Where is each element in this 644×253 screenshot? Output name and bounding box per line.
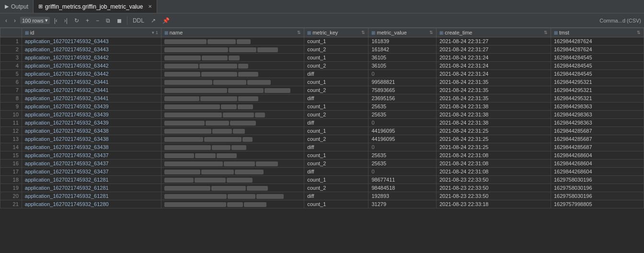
cell-tmst: 1629844285687 [551,143,644,151]
tab-close-button[interactable]: ✕ [148,4,152,9]
col-header-name[interactable]: ⊞ name ⇅ [161,28,304,37]
col-tmst-sort: ⇅ [637,30,641,35]
add-row-button[interactable]: + [83,16,92,25]
cell-id: application_1627021745932_63443 [22,37,161,46]
cell-create-time: 2021-08-24 22:31:24 [437,70,551,78]
cell-tmst: 1629844285687 [551,135,644,143]
cell-create-time: 2021-08-24 22:31:27 [437,46,551,54]
cell-metric-key: count_1 [304,176,368,184]
ddl-label: DDL [133,17,144,24]
table-row[interactable]: 8application_1627021745932_63441diff2369… [0,94,644,103]
cell-tmst: 1629757998805 [551,200,644,208]
table-row[interactable]: 14application_1627021745932_63438diff020… [0,143,644,151]
cell-metric-key: diff [304,70,368,78]
cell-metric-key: diff [304,143,368,151]
table-row[interactable]: 21application_1627021745932_61280count_1… [0,200,644,208]
cell-metric-key: count_2 [304,111,368,119]
cell-metric-key: count_2 [304,135,368,143]
refresh-button[interactable]: ↻ [72,16,81,25]
cell-metric-value: 36105 [368,62,437,70]
delete-row-button[interactable]: − [93,16,102,25]
cell-create-time: 2021-08-24 22:31:24 [437,62,551,70]
col-metric-key-icon: ⊞ [307,30,311,35]
cell-tmst: 1629844268604 [551,151,644,160]
cell-tmst: 1629844284545 [551,62,644,70]
cell-metric-key: count_1 [304,37,368,46]
table-row[interactable]: 9application_1627021745932_63439count_12… [0,103,644,111]
cell-id: application_1627021745932_63442 [22,62,161,70]
cell-rownum: 7 [0,86,22,94]
cell-id: application_1627021745932_63439 [22,119,161,127]
tab-output[interactable]: ▶ Output [0,0,34,13]
table-row[interactable]: 13application_1627021745932_63438count_2… [0,135,644,143]
nav-last-button[interactable]: ›| [62,16,70,25]
tab-table[interactable]: ⊞ griffin_metrics.griffin_job_metric_val… [34,0,157,13]
col-header-metric-key[interactable]: ⊞ metric_key ⇅ [304,28,368,37]
cell-id: application_1627021745932_63437 [22,160,161,168]
pin-button[interactable]: 📌 [160,16,172,25]
cell-rownum: 4 [0,62,22,70]
cell-tmst: 1629844268604 [551,160,644,168]
table-row[interactable]: 15application_1627021745932_63437count_1… [0,151,644,160]
table-row[interactable]: 6application_1627021745932_63441count_19… [0,78,644,86]
cell-rownum: 6 [0,78,22,86]
cell-tmst: 1629844284545 [551,70,644,78]
cell-rownum: 17 [0,168,22,176]
cell-name [161,37,304,46]
cell-create-time: 2021-08-23 22:33:50 [437,192,551,200]
table-row[interactable]: 5application_1627021745932_63442diff0202… [0,70,644,78]
cell-id: application_1627021745932_63443 [22,46,161,54]
cell-name [161,78,304,86]
col-header-tmst[interactable]: ⊞ tmst ⇅ [551,28,644,37]
table-header-row: ⊞ id ▾ 1 ⊞ name ⇅ ⊞ metric_key [0,28,644,37]
rows-selector[interactable]: 100 rows ▾ [20,17,50,24]
nav-next-button[interactable]: › [12,16,18,25]
cell-metric-key: diff [304,192,368,200]
table-row[interactable]: 2application_1627021745932_63443count_21… [0,46,644,54]
output-icon: ▶ [5,3,9,10]
data-table-container[interactable]: ⊞ id ▾ 1 ⊞ name ⇅ ⊞ metric_key [0,28,644,253]
cell-create-time: 2021-08-24 22:31:35 [437,94,551,103]
table-row[interactable]: 12application_1627021745932_63438count_1… [0,127,644,135]
cell-create-time: 2021-08-24 22:31:08 [437,151,551,160]
clone-row-button[interactable]: ⧉ [104,16,113,25]
table-row[interactable]: 7application_1627021745932_63441count_27… [0,86,644,94]
table-row[interactable]: 16application_1627021745932_63437count_2… [0,160,644,168]
cell-create-time: 2021-08-23 22:33:50 [437,184,551,192]
nav-first-button[interactable]: |‹ [52,16,60,25]
table-row[interactable]: 20application_1627021745932_61281diff192… [0,192,644,200]
cell-metric-value: 44196095 [368,135,437,143]
table-row[interactable]: 11application_1627021745932_63439diff020… [0,119,644,127]
cell-tmst: 1629844287624 [551,46,644,54]
table-row[interactable]: 4application_1627021745932_63442count_23… [0,62,644,70]
table-row[interactable]: 17application_1627021745932_63437diff020… [0,168,644,176]
cell-metric-value: 0 [368,70,437,78]
cell-rownum: 11 [0,119,22,127]
cell-metric-value: 25635 [368,160,437,168]
data-table: ⊞ id ▾ 1 ⊞ name ⇅ ⊞ metric_key [0,28,644,208]
table-row[interactable]: 3application_1627021745932_63442count_13… [0,54,644,62]
cell-id: application_1627021745932_63437 [22,151,161,160]
cell-name [161,135,304,143]
col-name-label: name [170,30,183,35]
stop-button[interactable]: ◼ [115,16,124,25]
table-row[interactable]: 1application_1627021745932_63443count_11… [0,37,644,46]
nav-prev-button[interactable]: ‹ [3,16,10,25]
col-header-id[interactable]: ⊞ id ▾ 1 [22,28,161,37]
cell-id: application_1627021745932_63438 [22,143,161,151]
cell-tmst: 1629758030196 [551,192,644,200]
table-row[interactable]: 19application_1627021745932_61281count_2… [0,184,644,192]
cell-metric-key: diff [304,168,368,176]
table-row[interactable]: 10application_1627021745932_63439count_2… [0,111,644,119]
cell-metric-key: count_2 [304,184,368,192]
table-row[interactable]: 18application_1627021745932_61281count_1… [0,176,644,184]
cell-id: application_1627021745932_61281 [22,176,161,184]
cell-rownum: 15 [0,151,22,160]
col-header-create-time[interactable]: ⊞ create_time ⇅ [437,28,551,37]
col-header-metric-value[interactable]: ⊞ metric_value ⇅ [368,28,437,37]
cell-name [161,119,304,127]
ddl-button[interactable]: DDL [130,16,147,25]
col-id-icon: ⊞ [25,30,29,35]
export-button[interactable]: ↗ [149,16,158,25]
cell-metric-value: 0 [368,168,437,176]
